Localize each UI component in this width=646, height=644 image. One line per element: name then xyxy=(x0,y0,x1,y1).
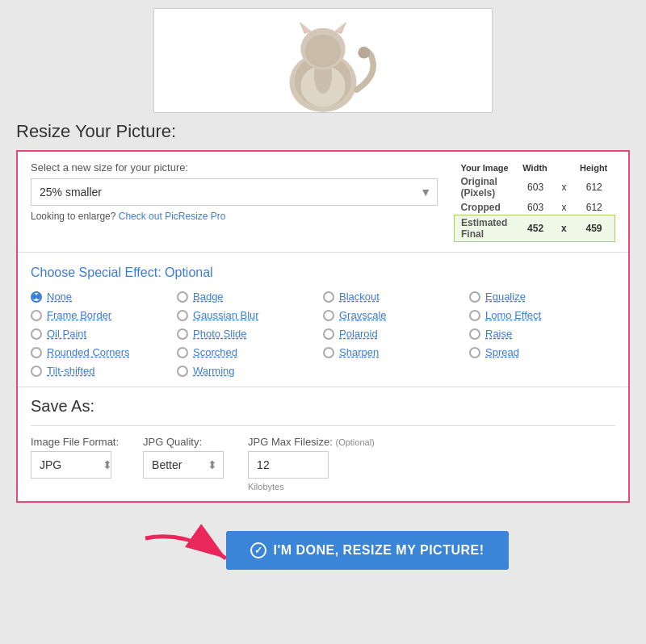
saveas-fields: Image File Format: JPG PNG GIF BMP ⬍ xyxy=(31,436,615,491)
done-button-label: I'M DONE, RESIZE MY PICTURE! xyxy=(273,543,484,558)
effect-spread-radio[interactable] xyxy=(469,347,480,358)
effect-sharpen-label: Sharpen xyxy=(339,346,379,358)
cat-image-container xyxy=(153,8,493,113)
effect-blackout-radio[interactable] xyxy=(323,291,334,303)
effect-blackout[interactable]: Blackout xyxy=(323,291,469,303)
effect-spread[interactable]: Spread xyxy=(469,346,615,358)
optional-label: Optional xyxy=(165,266,213,279)
effect-frame-border[interactable]: Frame Border xyxy=(31,309,177,321)
effect-grayscale[interactable]: Grayscale xyxy=(323,309,469,321)
effect-grayscale-radio[interactable] xyxy=(323,310,334,321)
effect-sharpen-radio[interactable] xyxy=(323,347,334,358)
effect-rounded-corners-radio[interactable] xyxy=(31,347,42,358)
quality-select[interactable]: Better Good Best xyxy=(143,451,224,479)
saveas-section: Save As: Image File Format: JPG PNG GIF … xyxy=(18,387,628,501)
resize-left: Select a new size for your picture: 25% … xyxy=(31,161,438,222)
effect-oil-paint-label: Oil Paint xyxy=(47,328,86,340)
effect-polaroid-radio[interactable] xyxy=(323,328,334,340)
effect-lomo-effect-radio[interactable] xyxy=(469,310,480,321)
effect-photo-slide-radio[interactable] xyxy=(177,328,188,340)
effect-oil-paint[interactable]: Oil Paint xyxy=(31,328,177,340)
quality-field-group: JPG Quality: Better Good Best ⬍ xyxy=(143,436,224,479)
pink-arrow-icon xyxy=(137,522,234,587)
effect-gaussian-blur-radio[interactable] xyxy=(177,310,188,321)
effect-none-label: None xyxy=(47,291,72,303)
cropped-row: Cropped 603 x 612 xyxy=(455,200,615,215)
effect-scorched-label: Scorched xyxy=(193,346,237,358)
effect-tilt-shifted[interactable]: Tilt-shifted xyxy=(31,365,177,377)
estimated-row: EstimatedFinal 452 x 459 xyxy=(455,215,615,242)
effect-warming-radio[interactable] xyxy=(177,366,188,377)
page-container: Resize Your Picture: Select a new size f… xyxy=(0,0,646,619)
picresize-pro-link[interactable]: Check out PicResize Pro xyxy=(119,211,226,222)
effect-gaussian-blur[interactable]: Gaussian Blur xyxy=(177,309,323,321)
quality-select-wrap: Better Good Best ⬍ xyxy=(143,451,224,479)
filesize-label: JPG Max Filesize: (Optional) xyxy=(248,436,375,448)
panel: Select a new size for your picture: 25% … xyxy=(16,150,630,503)
original-x: x xyxy=(555,174,573,200)
resize-select-wrap: 25% smaller 50% smaller 75% smaller Cust… xyxy=(31,178,438,206)
effect-warming-label: Warming xyxy=(193,365,235,377)
effect-frame-border-radio[interactable] xyxy=(31,310,42,321)
resize-select[interactable]: 25% smaller 50% smaller 75% smaller Cust… xyxy=(31,178,438,206)
effect-blackout-label: Blackout xyxy=(339,291,380,303)
main-content: Resize Your Picture: Select a new size f… xyxy=(0,113,646,619)
done-resize-button[interactable]: ✓ I'M DONE, RESIZE MY PICTURE! xyxy=(226,531,508,570)
estimated-x: x xyxy=(555,215,573,242)
effect-none[interactable]: None xyxy=(31,291,177,303)
effect-tilt-shifted-radio[interactable] xyxy=(31,366,42,377)
effect-polaroid[interactable]: Polaroid xyxy=(323,328,469,340)
effect-equalize[interactable]: Equalize xyxy=(469,291,615,303)
effect-gaussian-blur-label: Gaussian Blur xyxy=(193,309,259,321)
effect-scorched-radio[interactable] xyxy=(177,347,188,358)
original-width: 603 xyxy=(516,174,555,200)
svg-point-10 xyxy=(358,47,370,59)
effect-badge-label: Badge xyxy=(193,291,224,303)
effect-equalize-radio[interactable] xyxy=(469,291,480,303)
effect-badge-radio[interactable] xyxy=(177,291,188,303)
effects-title: Choose Special Effect: Optional xyxy=(31,262,615,281)
format-label: Image File Format: xyxy=(31,436,119,448)
cropped-width: 603 xyxy=(516,200,555,215)
effects-grid: None Badge Blackout Equalize xyxy=(31,291,615,377)
effect-equalize-label: Equalize xyxy=(485,291,526,303)
original-row: Original(Pixels) 603 x 612 xyxy=(455,174,615,200)
format-field-group: Image File Format: JPG PNG GIF BMP ⬍ xyxy=(31,436,119,479)
effect-raise[interactable]: Raise xyxy=(469,328,615,340)
estimated-label: EstimatedFinal xyxy=(455,215,517,242)
original-label: Original(Pixels) xyxy=(455,174,517,200)
effect-none-radio[interactable] xyxy=(31,291,42,303)
effect-spread-label: Spread xyxy=(485,346,519,358)
effect-photo-slide[interactable]: Photo Slide xyxy=(177,328,323,340)
effects-section: Choose Special Effect: Optional None Bad… xyxy=(18,253,628,387)
image-preview-area xyxy=(0,0,646,113)
filesize-unit-label: Kilobytes xyxy=(248,482,375,491)
effects-title-text: Choose Special Effect: xyxy=(31,266,165,279)
effect-tilt-shifted-label: Tilt-shifted xyxy=(47,365,94,377)
original-height: 612 xyxy=(573,174,615,200)
image-info-table: Your Image Width Height Original(Pixels)… xyxy=(454,161,615,242)
effect-lomo-effect-label: Lomo Effect xyxy=(485,309,541,321)
filesize-input[interactable] xyxy=(248,451,329,479)
effect-oil-paint-radio[interactable] xyxy=(31,328,42,340)
resize-section: Select a new size for your picture: 25% … xyxy=(18,152,628,253)
enlarge-text: Looking to enlarge? Check out PicResize … xyxy=(31,211,438,222)
your-image-header: Your Image xyxy=(455,161,517,174)
effect-grayscale-label: Grayscale xyxy=(339,309,387,321)
format-select[interactable]: JPG PNG GIF BMP xyxy=(31,451,111,479)
effect-badge[interactable]: Badge xyxy=(177,291,323,303)
x-header xyxy=(555,161,573,174)
saveas-divider xyxy=(31,425,615,426)
quality-label: JPG Quality: xyxy=(143,436,224,448)
effect-warming[interactable]: Warming xyxy=(177,365,323,377)
effect-lomo-effect[interactable]: Lomo Effect xyxy=(469,309,615,321)
effect-sharpen[interactable]: Sharpen xyxy=(323,346,469,358)
effect-polaroid-label: Polaroid xyxy=(339,328,378,340)
effect-frame-border-label: Frame Border xyxy=(47,309,111,321)
svg-point-5 xyxy=(305,35,341,68)
effect-raise-radio[interactable] xyxy=(469,328,480,340)
saveas-title: Save As: xyxy=(31,397,615,416)
effect-photo-slide-label: Photo Slide xyxy=(193,328,247,340)
effect-scorched[interactable]: Scorched xyxy=(177,346,323,358)
effect-rounded-corners[interactable]: Rounded Corners xyxy=(31,346,177,358)
